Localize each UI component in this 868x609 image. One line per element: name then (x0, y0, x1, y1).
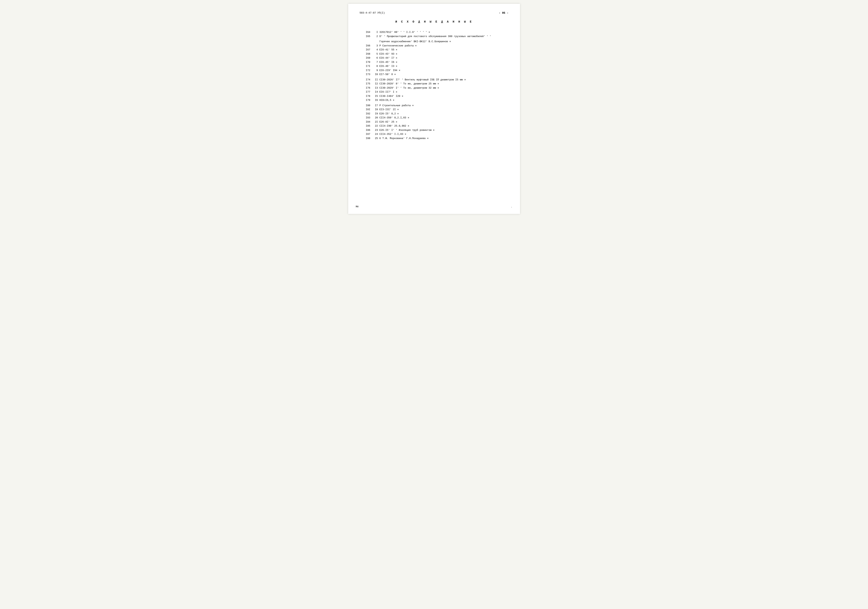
table-row: I76I3СI30-2029' I' ' То же, диаметром 32… (360, 86, 508, 90)
row-content: Горячее водоснабжение' ВКI-ВК12' В.С.Боя… (379, 40, 508, 44)
row-num: 20 (371, 116, 379, 120)
content-table: I64I32017012' H8' ' ' I.I.0' ' ' ' ' ✕I6… (360, 30, 508, 140)
table-row: I8320СII4-350' 0,2.I,03 ✕ (360, 116, 508, 120)
row-content: СI30-2026' I7' ' Вентиль муфтовый I5Б IП… (379, 78, 508, 82)
row-num: 6 (371, 56, 379, 60)
row-content: ЕI6-44' I7 ✕ (379, 56, 508, 60)
table-row: I8623Е26-I5' I' ' Изоляция труб ровингом… (360, 128, 508, 132)
row-num: 24 (371, 132, 379, 136)
row-num: 23 (371, 128, 379, 132)
row-id: I86 (360, 128, 371, 132)
row-id: I7I (360, 64, 371, 68)
table-row: I663Р Сантехнические работы ✕ (360, 44, 508, 48)
row-content: ЕI6-43' 93 ✕ (379, 52, 508, 56)
row-num: II (371, 78, 379, 82)
row-num: I3 (371, 86, 379, 90)
row-id: I76 (360, 86, 371, 90)
row-content: ЕI3-I3I' 2I ✕ (379, 107, 508, 112)
table-row: I82I9Е26-I5' 0,2 ✕ (360, 112, 508, 116)
row-id: I75 (360, 82, 371, 86)
row-num: I2 (371, 82, 379, 86)
row-id (360, 40, 371, 44)
table-row: I79I6НI0=I6,5 ✕ (360, 98, 508, 103)
row-content: СI30-2028' 8' ' То же, диаметром 25 мм ✕ (379, 82, 508, 86)
row-num: I6 (371, 98, 379, 103)
row-num: I7 (371, 104, 379, 108)
row-content: НI0=I6,5 ✕ (379, 98, 508, 103)
table-row: I707ЕI6-45' I6 ✕ (360, 60, 508, 64)
row-id: I82 (360, 112, 371, 116)
row-id: I78 (360, 94, 371, 98)
row-num: 3 (371, 44, 379, 48)
footer-left: МН (356, 205, 358, 208)
table-row: I685ЕI6-43' 93 ✕ (360, 52, 508, 56)
table-row: I74IIСI30-2026' I7' ' Вентиль муфтовый I… (360, 78, 508, 82)
row-content: СI30-I484' I20 ✕ (379, 94, 508, 98)
row-content: Е26-I5' I' ' Изоляция труб ровингом ✕ (379, 128, 508, 132)
row-content: ЕI6-II7' I ✕ (379, 90, 508, 94)
row-content: ЕI7-50' 8 ✕ (379, 72, 508, 76)
row-content: СII4-350' 0,2.I,03 ✕ (379, 116, 508, 120)
row-id: I8I (360, 107, 371, 112)
table-row: I78I5СI30-I484' I20 ✕ (360, 94, 508, 98)
row-num: 8 (371, 64, 379, 68)
row-id: I80 (360, 104, 371, 108)
footer-right: . (511, 205, 512, 208)
row-id: I68 (360, 52, 371, 56)
row-id: I66 (360, 44, 371, 48)
table-row: I77I4ЕI6-II7' I ✕ (360, 90, 508, 94)
table-row: I842IЕ26-8I' 25 ✕ (360, 120, 508, 124)
table-row: I8522СII4-I90' 25.0,982 ✕ (360, 124, 508, 128)
row-content: 32017012' H8' ' ' I.I.0' ' ' ' ' ✕ (379, 30, 508, 34)
row-id: I83 (360, 116, 371, 120)
row-id: I69 (360, 56, 371, 60)
row-num: I4 (371, 90, 379, 94)
row-id: I65 (360, 34, 371, 39)
row-content: ЕI6-2I9' I94 ✕ (379, 68, 508, 73)
table-row: I8825К Т.Ф. Морковина' Г.Н.Похидаева ✕ (360, 136, 508, 141)
row-id: I67 (360, 48, 371, 52)
table-row: I7I8ЕI6-46' I3 ✕ (360, 64, 508, 68)
row-id: I74 (360, 78, 371, 82)
table-row: I652D' ' Профилакторий для постового обс… (360, 34, 508, 39)
row-id: I85 (360, 124, 371, 128)
row-num: I9 (371, 112, 379, 116)
row-num: I5 (371, 94, 379, 98)
table-row: I80I7Р Строительные работы ✕ (360, 104, 508, 108)
row-content: СII4-352' I.I,03 ✕ (379, 132, 508, 136)
row-num: 22 (371, 124, 379, 128)
row-num: 7 (371, 60, 379, 64)
row-num: 25 (371, 136, 379, 141)
row-id: I88 (360, 136, 371, 141)
row-id: I73 (360, 72, 371, 76)
table-row: I8724СII4-352' I.I,03 ✕ (360, 132, 508, 136)
row-content: СI30-2029' I' ' То же, диаметром 32 мм ✕ (379, 86, 508, 90)
row-num: I (371, 30, 379, 34)
table-row: I75I2СI30-2028' 8' ' То же, диаметром 25… (360, 82, 508, 86)
table-row: I64I32017012' H8' ' ' I.I.0' ' ' ' ' ✕ (360, 30, 508, 34)
row-content: Р Строительные работы ✕ (379, 104, 508, 108)
table-row: Горячее водоснабжение' ВКI-ВК12' В.С.Боя… (360, 40, 508, 44)
row-id: I64 (360, 30, 371, 34)
row-id: I79 (360, 98, 371, 103)
row-id: I84 (360, 120, 371, 124)
row-id: I72 (360, 68, 371, 73)
doc-reference: 503-4-47-87 УП(I) (360, 11, 385, 14)
table-row: I696ЕI6-44' I7 ✕ (360, 56, 508, 60)
row-num: 9 (371, 68, 379, 73)
table-row: I729ЕI6-2I9' I94 ✕ (360, 68, 508, 73)
row-content: ЕI6-41' 55 ✕ (379, 48, 508, 52)
row-content: Е26-8I' 25 ✕ (379, 120, 508, 124)
table-row: I73I0ЕI7-50' 8 ✕ (360, 72, 508, 76)
page-title: И С Х О Д Н Ы Е Д А Н Н Ы Е (360, 20, 508, 23)
page-number: - 95 - (499, 11, 508, 14)
row-content: ЕI6-45' I6 ✕ (379, 60, 508, 64)
row-num: 2 (371, 34, 379, 39)
row-num (371, 40, 379, 44)
row-content: Р Сантехнические работы ✕ (379, 44, 508, 48)
row-id: I87 (360, 132, 371, 136)
row-num: 5 (371, 52, 379, 56)
document-page: 503-4-47-87 УП(I) - 95 - И С Х О Д Н Ы Е… (348, 4, 520, 214)
row-content: Е26-I5' 0,2 ✕ (379, 112, 508, 116)
table-row: I674ЕI6-41' 55 ✕ (360, 48, 508, 52)
